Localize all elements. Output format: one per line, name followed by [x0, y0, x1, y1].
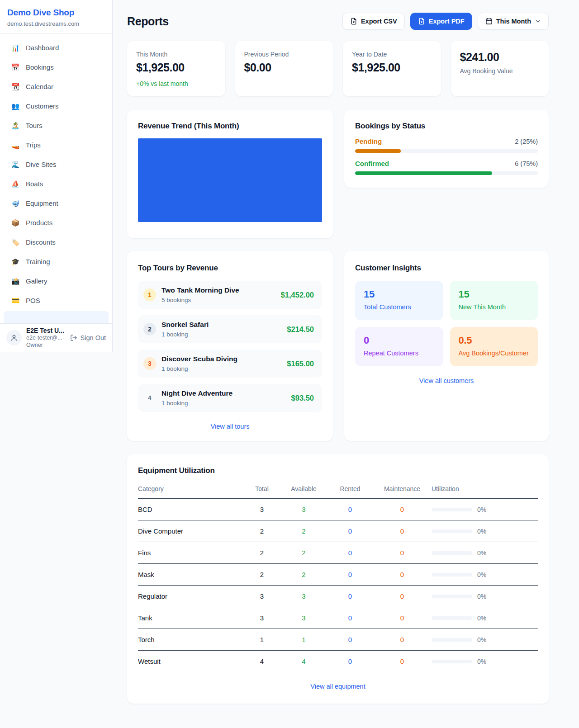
cell-available: 4 [280, 651, 327, 672]
tour-amount: $165.00 [287, 359, 314, 368]
utilization-percent: 0% [477, 506, 486, 513]
status-count: 6 (75%) [515, 160, 538, 167]
cell-total: 2 [244, 542, 280, 564]
sidebar-item-training[interactable]: 🎓Training [4, 252, 109, 271]
export-csv-button[interactable]: Export CSV [342, 13, 405, 30]
utilization-bar-track [432, 508, 472, 511]
utilization-bar-track [432, 551, 472, 555]
insight-tile-avg-bookings: 0.5 Avg Bookings/Customer [450, 327, 538, 366]
stat-delta: +0% vs last month [136, 80, 216, 87]
tag-icon: 🏷️ [11, 239, 20, 246]
sidebar-item-boats[interactable]: ⛵Boats [4, 174, 109, 194]
sidebar-item-reports-active-clipped[interactable] [4, 311, 109, 323]
cell-total: 3 [244, 586, 280, 607]
revenue-trend-title: Revenue Trend (This Month) [138, 122, 322, 131]
sidebar-item-products[interactable]: 📦Products [4, 213, 109, 232]
list-item: 3 Discover Scuba Diving 1 booking $165.0… [138, 350, 322, 378]
sidebar: Demo Dive Shop demo.test.divestreams.com… [0, 0, 113, 352]
page-header: Reports Export CSV Export PDF This Month [127, 13, 549, 30]
cell-available: 2 [280, 564, 327, 586]
cell-available: 3 [280, 586, 327, 607]
stat-value: $1,925.00 [136, 61, 216, 74]
cell-maintenance: 0 [373, 564, 432, 586]
header-actions: Export CSV Export PDF This Month [342, 13, 549, 30]
status-count: 2 (25%) [515, 138, 538, 145]
cell-maintenance: 0 [373, 651, 432, 672]
top-tours-title: Top Tours by Revenue [138, 264, 322, 273]
cell-category: Mask [138, 564, 244, 586]
sailboat-icon: ⛵ [11, 180, 20, 187]
utilization-cell: 0% [432, 506, 538, 513]
utilization-cell: 0% [432, 658, 538, 665]
sidebar-item-tours[interactable]: 🏝️Tours [4, 116, 109, 135]
table-row: Mask 2 2 0 0 0% [138, 564, 538, 586]
tour-list: 1 Two Tank Morning Dive 5 bookings $1,45… [138, 281, 322, 412]
utilization-percent: 0% [477, 658, 486, 665]
status-row-confirmed: Confirmed 6 (75%) [355, 160, 538, 175]
stat-card-previous-period: Previous Period $0.00 [235, 41, 333, 96]
stat-label: Previous Period [244, 51, 324, 58]
calendar-icon: 📆 [11, 83, 20, 90]
status-progress-track [355, 149, 538, 153]
tour-amount: $1,452.00 [281, 291, 314, 299]
stats-row: This Month $1,925.00 +0% vs last month P… [127, 41, 549, 96]
tour-bookings: 1 booking [161, 331, 281, 338]
utilization-percent: 0% [477, 571, 486, 578]
graduation-cap-icon: 🎓 [11, 258, 20, 265]
sidebar-item-dive-sites[interactable]: 🌊Dive Sites [4, 155, 109, 174]
status-label: Pending [355, 137, 382, 145]
view-all-customers-link[interactable]: View all customers [355, 377, 538, 384]
period-select[interactable]: This Month [478, 13, 549, 30]
tour-name: Snorkel Safari [161, 321, 281, 329]
chevron-down-icon [535, 18, 541, 24]
rank-badge: 1 [143, 288, 156, 301]
logout-icon [70, 334, 77, 341]
sidebar-user-section: E2E Test U... e2e-tester@... Owner Sign … [0, 323, 112, 352]
sidebar-item-equipment[interactable]: 🤿Equipment [4, 194, 109, 213]
column-header-rented: Rented [327, 482, 373, 499]
sidebar-item-customers[interactable]: 👥Customers [4, 96, 109, 116]
customer-insights-title: Customer Insights [355, 264, 538, 273]
bookings-calendar-icon: 📅 [11, 64, 20, 71]
column-header-available: Available [280, 482, 327, 499]
sidebar-item-trips[interactable]: 🚤Trips [4, 135, 109, 155]
equipment-table: Category Total Available Rented Maintena… [138, 482, 538, 672]
list-item: 4 Night Dive Adventure 1 booking $93.50 [138, 384, 322, 412]
stat-card-this-month: This Month $1,925.00 +0% vs last month [127, 41, 225, 96]
speedboat-icon: 🚤 [11, 142, 20, 148]
cell-available: 2 [280, 542, 327, 564]
cell-category: BCD [138, 499, 244, 520]
tour-name: Two Tank Morning Dive [161, 286, 275, 294]
utilization-cell: 0% [432, 636, 538, 643]
sidebar-item-pos[interactable]: 💳POS [4, 291, 109, 310]
user-email: e2e-tester@... [26, 334, 64, 341]
sidebar-item-label: Boats [26, 180, 43, 188]
utilization-bar-track [432, 660, 472, 663]
insight-value: 15 [459, 288, 530, 300]
utilization-percent: 0% [477, 549, 486, 557]
sidebar-item-label: Bookings [26, 63, 54, 71]
sidebar-item-calendar[interactable]: 📆Calendar [4, 77, 109, 96]
sidebar-item-bookings[interactable]: 📅Bookings [4, 57, 109, 77]
sign-out-button[interactable]: Sign Out [70, 334, 106, 341]
utilization-cell: 0% [432, 615, 538, 622]
tour-name: Night Dive Adventure [161, 389, 286, 397]
sidebar-header: Demo Dive Shop demo.test.divestreams.com [0, 0, 112, 33]
view-all-tours-link[interactable]: View all tours [138, 423, 322, 430]
table-row: Dive Computer 2 2 0 0 0% [138, 520, 538, 542]
tour-bookings: 5 bookings [161, 297, 275, 303]
sidebar-item-gallery[interactable]: 📸Gallery [4, 271, 109, 291]
sidebar-item-label: Equipment [26, 199, 58, 207]
export-pdf-button[interactable]: Export PDF [410, 13, 472, 30]
main-content: Reports Export CSV Export PDF This Month… [127, 13, 549, 704]
view-all-equipment-link[interactable]: View all equipment [138, 683, 538, 690]
sidebar-item-discounts[interactable]: 🏷️Discounts [4, 232, 109, 252]
revenue-trend-bar-chart [138, 138, 322, 222]
status-progress-track [355, 171, 538, 175]
sidebar-item-dashboard[interactable]: 📊Dashboard [4, 38, 109, 57]
rank-badge: 4 [143, 392, 156, 404]
diving-mask-icon: 🤿 [11, 200, 20, 207]
column-header-utilization: Utilization [432, 482, 538, 499]
sidebar-item-label: Trips [26, 141, 41, 149]
cell-available: 2 [280, 520, 327, 542]
